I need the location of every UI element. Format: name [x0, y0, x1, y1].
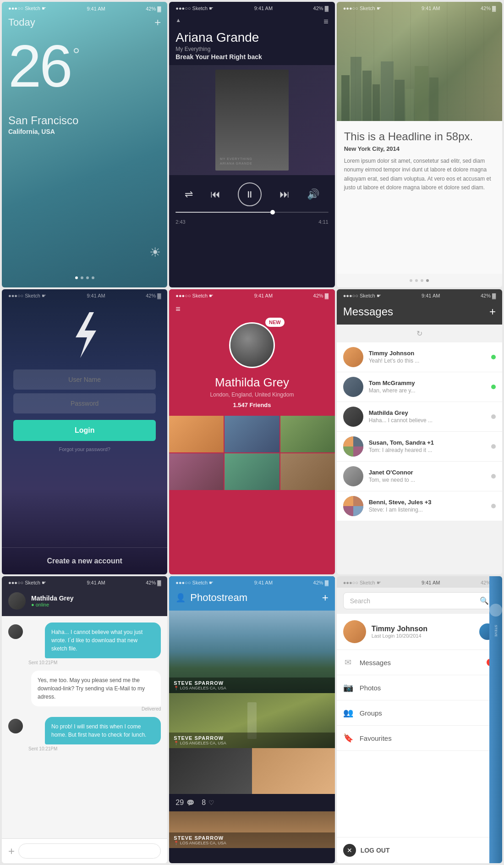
message-item-4[interactable]: Susan, Tom, Sandra +1 Tom: I already hea… — [337, 432, 502, 462]
search-placeholder-text: Search — [350, 597, 476, 605]
artist-name: Ariana Grande — [169, 30, 334, 45]
nav-item-messages[interactable]: ✉ Messages 4 — [337, 650, 502, 675]
create-account-link[interactable]: Create a new account — [2, 547, 167, 565]
username-input[interactable] — [13, 369, 156, 390]
chat-input[interactable] — [18, 843, 161, 859]
search-box[interactable]: Search 🔍 — [343, 592, 496, 609]
article-body: This is a Headline in 58px. New York Cit… — [337, 121, 502, 274]
chat-battery: 42% ▓ — [146, 580, 161, 586]
msg-content-5: Janet O'Connor Tom, we need to ... — [369, 469, 486, 483]
weather-header: Today + — [2, 13, 167, 32]
logout-icon: ✕ — [343, 844, 356, 857]
photostream-time: 9:41 AM — [254, 580, 273, 586]
msg-content-4: Susan, Tom, Sandra +1 Tom: I already hea… — [369, 439, 486, 453]
photo-full-1[interactable]: STEVE SPARROW 📍 LOS ANGELES CA, USA — [169, 611, 334, 693]
grid-photo-3[interactable] — [280, 416, 335, 452]
photo-bottom[interactable]: STEVE SPARROW 📍 LOS ANGELES CA, USA — [169, 811, 334, 848]
add-weather-button[interactable]: + — [154, 16, 161, 29]
progress-track[interactable] — [175, 212, 328, 213]
photo-half-1[interactable] — [169, 748, 252, 794]
forgot-password-link[interactable]: Forgot your password? — [59, 446, 110, 452]
msg-avatar-4 — [343, 436, 363, 457]
temperature-display: 26 ° — [2, 32, 167, 96]
refresh-icon[interactable]: ↻ — [416, 329, 422, 338]
progress-thumb[interactable] — [270, 210, 275, 215]
photo-half-2[interactable] — [252, 748, 335, 794]
music-top-header: ▲ ≡ — [169, 13, 334, 30]
offline-dot-3 — [491, 414, 496, 419]
message-item-2[interactable]: Tom McGrammy Man, where are y... — [337, 372, 502, 402]
user-profile-section: Timmy Johnson Last Login 10/20/2014 — [337, 614, 502, 650]
attach-button[interactable]: + — [8, 845, 15, 858]
add-photo-button[interactable]: + — [322, 591, 329, 604]
prev-button[interactable]: ⏮ — [210, 188, 220, 200]
chat-bubble-row-3: No prob! I will send this when I come ho… — [8, 717, 161, 751]
profile-status-bar: ●●●○○ Sketch ☛ 9:41 AM 42% ▓ — [169, 289, 334, 301]
hamburger-icon[interactable]: ≡ — [175, 304, 181, 314]
msg-content-3: Mathilda Grey Haha... I cannot believe .… — [369, 409, 486, 424]
photo-caption-4: STEVE SPARROW 📍 LOS ANGELES CA, USA — [169, 832, 334, 848]
grid-photo-5[interactable] — [225, 453, 279, 490]
grid-photo-1[interactable] — [169, 416, 224, 452]
chat-bubble-incoming-1: Haha... I cannot believe what you just w… — [45, 623, 161, 658]
weather-time: 9:41 AM — [87, 6, 105, 11]
grid-photo-2[interactable] — [225, 416, 279, 452]
photo-caption-name-1: STEVE SPARROW — [174, 680, 330, 686]
message-item-3[interactable]: Mathilda Grey Haha... I cannot believe .… — [337, 402, 502, 432]
photo-caption-name-4: STEVE SPARROW — [174, 835, 330, 841]
photo-caption-loc-2: 📍 LOS ANGELES CA, USA — [174, 741, 330, 745]
chat-contact-name: Mathilda Grey — [31, 595, 74, 602]
weather-carrier: ●●●○○ Sketch ☛ — [8, 6, 46, 11]
grid-photo-6[interactable] — [280, 453, 335, 490]
message-item-6[interactable]: Benni, Steve, Jules +3 Steve: I am liste… — [337, 491, 502, 521]
volume-button[interactable]: 🔊 — [307, 188, 319, 200]
search-icon[interactable]: 🔍 — [480, 596, 489, 605]
profile-name: Mathilda Grey — [169, 375, 334, 390]
photo-caption-2: STEVE SPARROW 📍 LOS ANGELES CA, USA — [169, 733, 334, 748]
messages-nav-icon: ✉ — [343, 657, 353, 667]
online-dot-1 — [491, 355, 496, 359]
photostream-title: Photostream — [190, 592, 247, 604]
nav-item-groups[interactable]: 👥 Groups — [337, 700, 502, 726]
side-label: STEVE — [494, 625, 498, 637]
menu-icon[interactable]: ≡ — [323, 17, 329, 27]
message-item-5[interactable]: Janet O'Connor Tom, we need to ... — [337, 462, 502, 491]
chat-delivered: Delivered — [8, 706, 161, 711]
next-button[interactable]: ⏭ — [279, 188, 290, 200]
photo-caption-name-2: STEVE SPARROW — [174, 735, 330, 741]
heart-icon: ♡ — [208, 799, 214, 806]
msg-name-6: Benni, Steve, Jules +3 — [369, 499, 486, 506]
favourites-nav-label: Favourites — [360, 734, 496, 742]
progress-bar-wrap — [169, 210, 334, 217]
messages-header: Messages + — [337, 301, 502, 325]
comments-stat: 29 💬 — [175, 799, 194, 807]
login-battery: 42% ▓ — [146, 293, 161, 299]
nav-item-photos[interactable]: 📷 Photos — [337, 675, 502, 700]
nav-item-favourites[interactable]: 🔖 Favourites — [337, 726, 502, 751]
offline-dot-6 — [491, 504, 496, 508]
login-time: 9:41 AM — [87, 293, 105, 299]
msg-name-1: Timmy Johnson — [369, 350, 486, 357]
message-item-1[interactable]: Timmy Johnson Yeah! Let's do this ... — [337, 342, 502, 372]
compose-message-button[interactable]: + — [489, 305, 496, 318]
city-name: San Francisco — [8, 114, 161, 127]
photo-full-2[interactable]: STEVE SPARROW 📍 LOS ANGELES CA, USA — [169, 693, 334, 748]
login-card: ●●●○○ Sketch ☛ 9:41 AM 42% ▓ Login Forgo… — [2, 289, 167, 575]
article-dot-1 — [410, 279, 412, 282]
side-peek: STEVE — [489, 576, 502, 863]
logout-row[interactable]: ✕ LOG OUT — [337, 837, 502, 863]
chat-online-status: ● online — [31, 602, 74, 607]
profile-photo-grid — [169, 416, 334, 575]
shuffle-button[interactable]: ⇌ — [185, 188, 193, 200]
weather-page-dots — [75, 276, 94, 279]
article-time: 9:41 AM — [422, 6, 440, 11]
photostream-grid: STEVE SPARROW 📍 LOS ANGELES CA, USA STEV… — [169, 611, 334, 863]
grid-photo-4[interactable] — [169, 453, 224, 490]
login-button[interactable]: Login — [13, 420, 156, 441]
photos-nav-icon: 📷 — [343, 683, 353, 693]
password-input[interactable] — [13, 393, 156, 413]
weather-battery: 42% ▓ — [146, 6, 161, 11]
pause-button[interactable]: ⏸ — [238, 182, 262, 206]
music-card: ●●●○○ Sketch ☛ 9:41 AM 42% ▓ ▲ ≡ Ariana … — [169, 2, 334, 287]
dot-1 — [75, 276, 78, 279]
